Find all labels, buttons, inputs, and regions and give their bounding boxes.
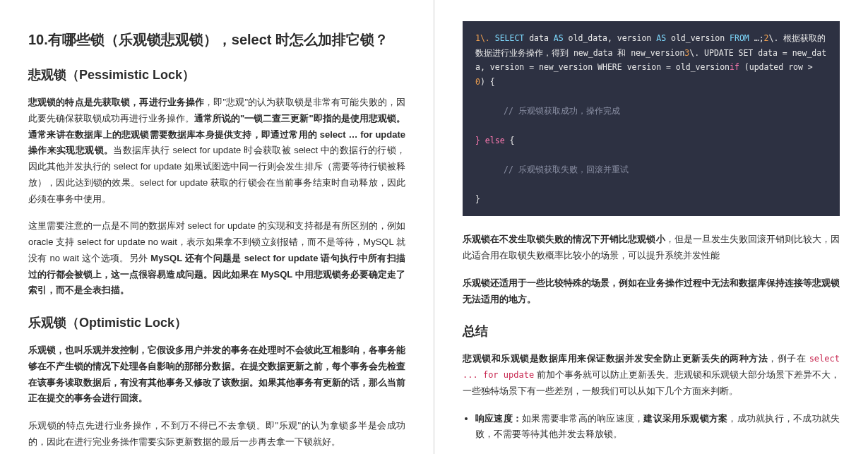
- bold-text: 乐观锁，也叫乐观并发控制，它假设多用户并发的事务在处理时不会彼此互相影响，各事务…: [28, 345, 405, 403]
- pessimistic-para-2: 这里需要注意的一点是不同的数据库对 select for update 的实现和…: [28, 218, 405, 299]
- body-text: 如果需要非常高的响应速度，: [522, 413, 643, 424]
- bold-text: 乐观锁还适用于一些比较特殊的场景，例如在业务操作过程中无法和数据库保持连接等悲观…: [463, 277, 840, 304]
- code-block-sql: 1\. SELECT data AS old_data, version AS …: [463, 21, 840, 216]
- pessimistic-para-1: 悲观锁的特点是先获取锁，再进行业务操作，即"悲观"的认为获取锁是非常有可能失败的…: [28, 95, 405, 207]
- heading-optimistic: 乐观锁（Optimistic Lock）: [28, 314, 405, 331]
- else-keyword: }: [475, 136, 485, 145]
- bold-text: 乐观锁在不发生取锁失败的情况下开销比悲观锁小: [463, 234, 665, 244]
- summary-para: 悲观锁和乐观锁是数据库用来保证数据并发安全防止更新丢失的两种方法，例子在 sel…: [463, 351, 840, 399]
- optimistic-special-para: 乐观锁还适用于一些比较特殊的场景，例如在业务操作过程中无法和数据库保持连接等悲观…: [463, 275, 840, 308]
- bold-text: 建议采用乐观锁方案: [643, 413, 727, 424]
- page-left: 10.有哪些锁（乐观锁悲观锁），select 时怎么加排它锁？ 悲观锁（Pess…: [0, 0, 434, 454]
- page-right: 1\. SELECT data AS old_data, version AS …: [434, 0, 868, 454]
- body-text: ，例子在: [768, 353, 809, 364]
- bold-text: 悲观锁的特点是先获取锁，再进行业务操作: [28, 97, 204, 107]
- bold-text: 响应速度：: [475, 413, 522, 424]
- heading-summary: 总结: [463, 323, 840, 340]
- bold-text: 悲观锁和乐观锁是数据库用来保证数据并发安全防止更新丢失的两种方法: [463, 353, 768, 364]
- body-text: 乐观锁的特点先进行业务操作，不到万不得已不去拿锁。即"乐观"的认为拿锁多半是会成…: [28, 420, 405, 447]
- summary-list: 响应速度：如果需要非常高的响应速度，建议采用乐观锁方案，成功就执行，不成功就失败…: [475, 411, 840, 443]
- optimistic-para-2: 乐观锁的特点先进行业务操作，不到万不得已不去拿锁。即"乐观"的认为拿锁多半是会成…: [28, 418, 405, 450]
- optimistic-para-1: 乐观锁，也叫乐观并发控制，它假设多用户并发的事务在处理时不会彼此互相影响，各事务…: [28, 342, 405, 407]
- optimistic-cost-para: 乐观锁在不发生取锁失败的情况下开销比悲观锁小，但是一旦发生失败回滚开销则比较大，…: [463, 232, 840, 264]
- heading-pessimistic: 悲观锁（Pessimistic Lock）: [28, 66, 405, 83]
- list-item: 响应速度：如果需要非常高的响应速度，建议采用乐观锁方案，成功就执行，不成功就失败…: [475, 411, 840, 443]
- section-10-title: 10.有哪些锁（乐观锁悲观锁），select 时怎么加排它锁？: [28, 28, 405, 51]
